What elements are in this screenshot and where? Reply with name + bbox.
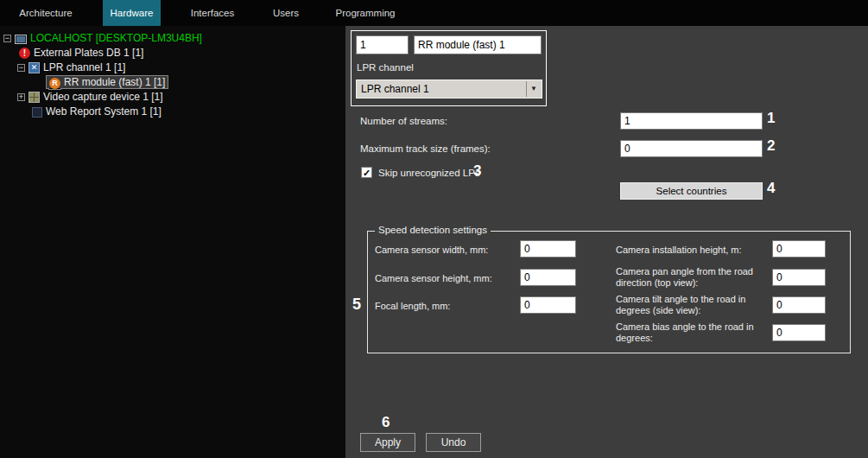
tab-interfaces[interactable]: Interfaces <box>183 0 242 26</box>
identity-box: LPR channel LPR channel 1 ▼ <box>351 30 547 106</box>
lpr-channel-dropdown-value: LPR channel 1 <box>361 83 429 95</box>
tree-item-label: Web Report System 1 [1] <box>46 105 162 118</box>
tab-architecture[interactable]: Architecture <box>12 0 79 26</box>
tree-item-lpr-channel[interactable]: −✕LPR channel 1 [1] <box>0 60 345 75</box>
tab-programming[interactable]: Programming <box>330 0 401 26</box>
annotation-4: 4 <box>767 180 775 197</box>
annotation-3: 3 <box>473 162 481 180</box>
sensor-width-label: Camera sensor width, mm: <box>375 245 517 256</box>
tree-item-label: LPR channel 1 [1] <box>43 61 125 73</box>
video-device-icon <box>29 92 40 103</box>
undo-button[interactable]: Undo <box>426 433 481 452</box>
tilt-angle-field[interactable] <box>772 296 826 314</box>
sensor-width-field[interactable] <box>520 240 576 258</box>
expand-icon[interactable]: + <box>17 93 25 101</box>
object-name-field[interactable] <box>414 35 542 54</box>
annotation-1: 1 <box>767 110 775 127</box>
web-report-icon <box>32 107 42 118</box>
tree-item-label: RR module (fast) 1 [1] <box>64 76 165 88</box>
tilt-angle-label: Camera tilt angle to the road in degrees… <box>616 294 768 315</box>
tab-users[interactable]: Users <box>264 0 307 26</box>
top-tab-bar: Architecture Hardware Interfaces Users P… <box>0 0 868 26</box>
number-of-streams-field[interactable] <box>620 112 763 130</box>
number-of-streams-label: Number of streams: <box>360 116 447 126</box>
apply-button[interactable]: Apply <box>360 433 415 452</box>
speed-detection-settings-group: Speed detection settings Camera sensor w… <box>367 231 851 353</box>
max-track-size-field[interactable] <box>620 140 763 157</box>
focal-length-label: Focal length, mm: <box>375 301 517 312</box>
tree-item-label: LOCALHOST [DESKTOP-LM3U4BH] <box>30 32 202 44</box>
alert-exclamation-icon: ! <box>19 48 30 59</box>
lpr-channel-dropdown[interactable]: LPR channel 1 ▼ <box>356 80 542 99</box>
tree-item-label: External Plates DB 1 [1] <box>34 47 143 59</box>
rr-module-icon: R <box>49 78 60 89</box>
computer-icon <box>15 35 27 44</box>
tree-item-rr-module[interactable]: RRR module (fast) 1 [1] <box>0 75 345 90</box>
tree-item-external-plates-db[interactable]: !External Plates DB 1 [1] <box>0 46 345 60</box>
app-window: Architecture Hardware Interfaces Users P… <box>0 0 868 458</box>
tab-hardware[interactable]: Hardware <box>103 0 161 26</box>
tree-item-video-capture-device[interactable]: +Video capture device 1 [1] <box>0 90 345 105</box>
collapse-icon[interactable]: − <box>3 35 11 42</box>
lpr-channel-icon: ✕ <box>29 62 40 73</box>
sensor-height-field[interactable] <box>520 269 576 286</box>
rr-module-settings-panel: LPR channel LPR channel 1 ▼ Number of st… <box>345 26 868 458</box>
tree-item-label: Video capture device 1 [1] <box>43 91 163 103</box>
focal-length-field[interactable] <box>520 296 576 314</box>
tree-item-web-report-system[interactable]: Web Report System 1 [1] <box>0 105 345 119</box>
tree-item-localhost[interactable]: −LOCALHOST [DESKTOP-LM3U4BH] <box>0 31 345 46</box>
installation-height-label: Camera installation height, m: <box>616 245 768 256</box>
annotation-2: 2 <box>767 137 775 155</box>
collapse-icon[interactable]: − <box>17 64 25 72</box>
pan-angle-label: Camera pan angle from the road direction… <box>616 266 768 288</box>
hardware-tree: −LOCALHOST [DESKTOP-LM3U4BH] !External P… <box>0 26 345 458</box>
installation-height-field[interactable] <box>772 240 826 258</box>
pan-angle-field[interactable] <box>772 269 826 286</box>
sensor-height-label: Camera sensor height, mm: <box>375 273 517 284</box>
annotation-5: 5 <box>352 296 361 314</box>
bias-angle-field[interactable] <box>772 324 826 341</box>
max-track-size-label: Maximum track size (frames): <box>360 143 491 154</box>
chevron-down-icon[interactable]: ▼ <box>526 81 541 97</box>
skip-unrecognized-lps-checkbox[interactable]: ✓ <box>361 167 372 178</box>
skip-unrecognized-lps-label: Skip unrecognized LPs <box>378 168 480 178</box>
object-id-field[interactable] <box>356 35 409 54</box>
speed-group-title: Speed detection settings <box>375 225 491 235</box>
lpr-channel-label: LPR channel <box>357 62 414 73</box>
select-countries-button[interactable]: Select countries <box>620 182 763 200</box>
bias-angle-label: Camera bias angle to the road in degrees… <box>616 321 768 343</box>
annotation-6: 6 <box>382 414 390 431</box>
